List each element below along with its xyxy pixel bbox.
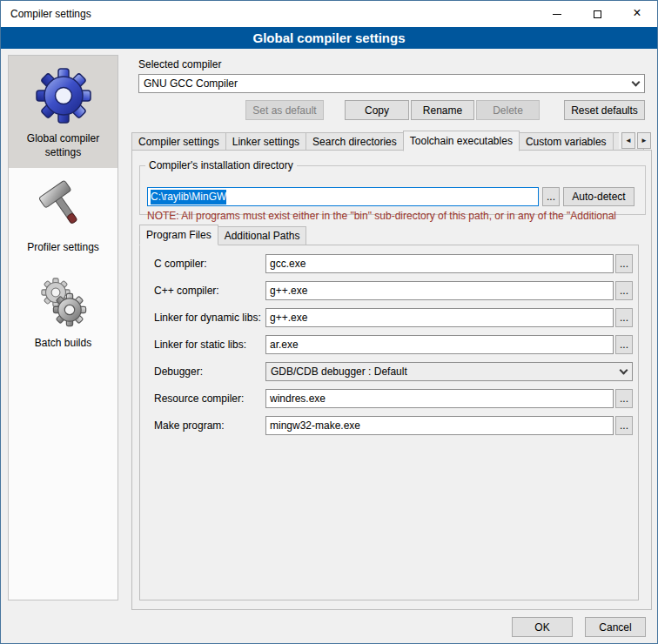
titlebar: Compiler settings × bbox=[1, 1, 657, 27]
tab-custom-variables[interactable]: Custom variables bbox=[519, 132, 614, 151]
dialog-header: Global compiler settings bbox=[1, 27, 657, 49]
debugger-dropdown[interactable]: GDB/CDB debugger : Default bbox=[265, 362, 633, 381]
resource-compiler-browse-button[interactable]: ... bbox=[615, 389, 633, 408]
chevron-down-icon bbox=[628, 75, 644, 92]
browse-directory-button[interactable]: ... bbox=[542, 187, 560, 206]
toolchain-executables-panel: Compiler's installation directory C:\ray… bbox=[131, 150, 652, 610]
compiler-settings-window: Compiler settings × Global compiler sett… bbox=[0, 0, 658, 644]
ok-button[interactable]: OK bbox=[512, 617, 573, 637]
dynamic-linker-label: Linker for dynamic libs: bbox=[154, 308, 265, 327]
compiler-tabs: Compiler settings Linker settings Search… bbox=[131, 130, 652, 151]
debugger-label: Debugger: bbox=[154, 362, 265, 381]
tab-linker-settings[interactable]: Linker settings bbox=[225, 132, 306, 151]
c-compiler-input[interactable] bbox=[265, 254, 614, 273]
reset-defaults-button[interactable]: Reset defaults bbox=[564, 100, 645, 120]
subtab-program-files[interactable]: Program Files bbox=[139, 225, 218, 245]
subtab-additional-paths[interactable]: Additional Paths bbox=[218, 226, 307, 245]
c-compiler-browse-button[interactable]: ... bbox=[615, 254, 633, 273]
set-as-default-button[interactable]: Set as default bbox=[245, 100, 324, 120]
installation-directory-input[interactable]: C:\raylib\MinGW bbox=[147, 187, 539, 206]
close-button[interactable]: × bbox=[617, 1, 657, 27]
main-panel: Selected compiler GNU GCC Compiler Set a… bbox=[131, 49, 652, 623]
window-controls: × bbox=[537, 1, 657, 27]
close-icon: × bbox=[633, 6, 641, 20]
static-linker-input[interactable] bbox=[265, 335, 614, 354]
sidebar-item-label: Profiler settings bbox=[11, 241, 115, 255]
tab-scroll-right-button[interactable]: ► bbox=[637, 132, 651, 149]
cpp-compiler-label: C++ compiler: bbox=[154, 281, 265, 300]
dynamic-linker-input[interactable] bbox=[265, 308, 614, 327]
copy-button[interactable]: Copy bbox=[345, 100, 409, 120]
tab-search-directories[interactable]: Search directories bbox=[306, 132, 404, 151]
make-program-row: Make program: ... bbox=[154, 416, 633, 435]
program-files-tabs: Program Files Additional Paths bbox=[139, 224, 306, 245]
make-program-browse-button[interactable]: ... bbox=[615, 416, 633, 435]
tab-compiler-settings[interactable]: Compiler settings bbox=[131, 132, 226, 151]
sidebar-item-batch-builds[interactable]: Batch builds bbox=[9, 264, 118, 359]
resource-compiler-row: Resource compiler: ... bbox=[154, 389, 633, 408]
make-program-input[interactable] bbox=[265, 416, 614, 435]
c-compiler-row: C compiler: ... bbox=[154, 254, 633, 273]
cpp-compiler-input[interactable] bbox=[265, 281, 614, 300]
maximize-icon bbox=[594, 10, 601, 18]
selected-compiler-value: GNU GCC Compiler bbox=[144, 77, 238, 90]
debugger-value: GDB/CDB debugger : Default bbox=[271, 366, 407, 378]
sidebar-item-label: Global compiler settings bbox=[11, 132, 115, 159]
sidebar-item-profiler-settings[interactable]: Profiler settings bbox=[9, 168, 118, 264]
resource-compiler-input[interactable] bbox=[265, 389, 614, 408]
selected-compiler-label: Selected compiler bbox=[138, 58, 221, 70]
dynamic-linker-browse-button[interactable]: ... bbox=[615, 308, 633, 327]
c-compiler-label: C compiler: bbox=[154, 254, 265, 273]
cancel-button[interactable]: Cancel bbox=[585, 617, 646, 637]
static-linker-row: Linker for static libs: ... bbox=[154, 335, 633, 354]
resource-compiler-label: Resource compiler: bbox=[154, 389, 265, 408]
static-linker-label: Linker for static libs: bbox=[154, 335, 265, 354]
toolchain-fields: C compiler: ... C++ compiler: ... Linker… bbox=[154, 254, 633, 443]
window-title: Compiler settings bbox=[10, 8, 91, 20]
maximize-button[interactable] bbox=[577, 1, 617, 27]
hammer-icon bbox=[36, 178, 91, 234]
tab-scroll-left-button[interactable]: ◄ bbox=[621, 132, 635, 149]
cpp-compiler-browse-button[interactable]: ... bbox=[615, 281, 633, 300]
chevron-down-icon bbox=[615, 363, 632, 380]
tab-scroll-controls: ◄ ► bbox=[619, 132, 651, 149]
autodetect-button[interactable]: Auto-detect bbox=[563, 187, 634, 206]
sidebar-item-global-compiler-settings[interactable]: Global compiler settings bbox=[9, 56, 118, 168]
make-program-label: Make program: bbox=[154, 416, 265, 435]
minimize-icon bbox=[553, 14, 561, 15]
debugger-row: Debugger: GDB/CDB debugger : Default bbox=[154, 362, 633, 381]
gear-stack-icon bbox=[36, 274, 91, 330]
installation-directory-group: Compiler's installation directory C:\ray… bbox=[139, 159, 646, 215]
dynamic-linker-row: Linker for dynamic libs: ... bbox=[154, 308, 633, 327]
rename-button[interactable]: Rename bbox=[411, 100, 474, 120]
selected-compiler-dropdown[interactable]: GNU GCC Compiler bbox=[138, 74, 645, 93]
installation-directory-group-title: Compiler's installation directory bbox=[145, 159, 297, 171]
settings-category-list: Global compiler settings Profiler settin… bbox=[8, 55, 118, 600]
static-linker-browse-button[interactable]: ... bbox=[615, 335, 633, 354]
sidebar-item-label: Batch builds bbox=[11, 337, 115, 351]
minimize-button[interactable] bbox=[537, 1, 577, 27]
bin-subdirectory-note: NOTE: All programs must exist either in … bbox=[147, 210, 643, 222]
blue-gear-icon bbox=[34, 66, 93, 125]
cpp-compiler-row: C++ compiler: ... bbox=[154, 281, 633, 300]
installation-directory-value: C:\raylib\MinGW bbox=[151, 190, 226, 205]
delete-button[interactable]: Delete bbox=[476, 100, 540, 120]
tab-toolchain-executables[interactable]: Toolchain executables bbox=[403, 131, 520, 151]
program-files-panel: C compiler: ... C++ compiler: ... Linker… bbox=[139, 245, 639, 600]
